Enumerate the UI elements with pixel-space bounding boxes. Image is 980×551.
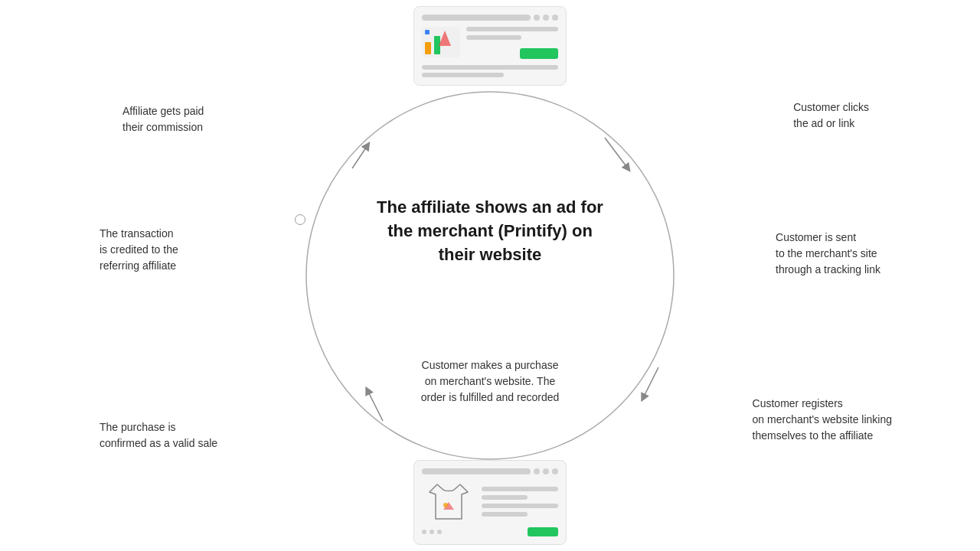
bottom-browser-mockup	[413, 460, 567, 545]
label-customer-registers: Customer registers on merchant's website…	[753, 396, 892, 444]
svg-rect-4	[425, 30, 430, 34]
svg-point-6	[443, 503, 448, 507]
flow-circle	[283, 69, 697, 482]
diagram-container: The affiliate shows an ad for the mercha…	[0, 0, 980, 551]
svg-rect-1	[425, 42, 431, 54]
label-customer-clicks: Customer clicks the ad or link	[793, 99, 869, 132]
center-text: The affiliate shows an ad for the mercha…	[375, 196, 605, 266]
top-browser-mockup	[413, 6, 567, 86]
label-transaction-credited: The transaction is credited to the refer…	[100, 226, 178, 274]
label-customer-purchase: Customer makes a purchase on merchant's …	[383, 357, 597, 406]
label-affiliate-paid: Affiliate gets paid their commission	[122, 103, 204, 135]
label-purchase-confirmed: The purchase is confirmed as a valid sal…	[100, 419, 217, 452]
flow-dot	[295, 214, 305, 225]
label-customer-sent: Customer is sent to the merchant's site …	[776, 230, 880, 278]
svg-marker-3	[439, 31, 451, 46]
